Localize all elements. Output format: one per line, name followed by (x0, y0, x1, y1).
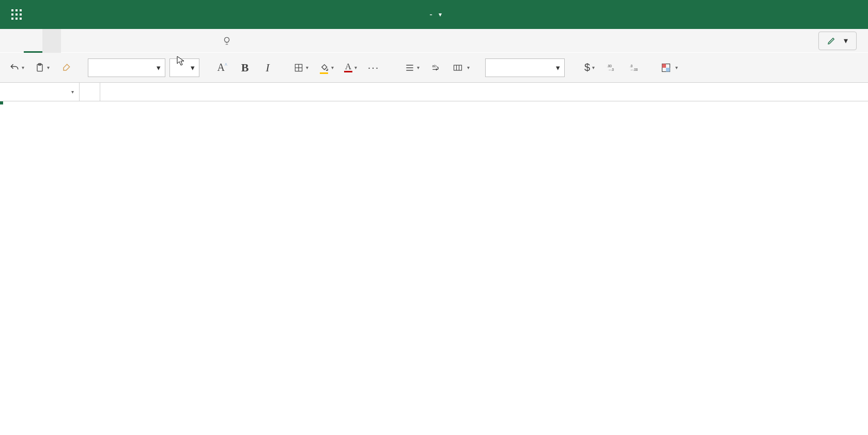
svg-rect-5 (20, 13, 22, 16)
font-size-select[interactable]: ▾ (169, 58, 199, 77)
svg-rect-18 (454, 65, 462, 70)
font-color-button[interactable]: A ▾ (341, 58, 360, 77)
increase-decimal-icon: .00→.0 (607, 63, 617, 73)
wrap-text-icon: ab (431, 63, 441, 73)
svg-text:→.00: →.00 (630, 68, 638, 71)
chevron-down-icon: ▾ (157, 63, 161, 72)
ribbon-tabs: ▾ (0, 29, 868, 53)
chevron-down-icon: ▾ (22, 65, 24, 70)
chevron-down-icon: ▾ (592, 65, 595, 70)
font-color-indicator (344, 71, 352, 72)
svg-rect-27 (666, 68, 670, 72)
decrease-decimal-button[interactable]: .0→.00 (626, 58, 644, 77)
tell-me-search[interactable] (210, 36, 249, 46)
italic-button[interactable]: I (258, 58, 277, 77)
svg-rect-1 (16, 9, 18, 11)
dollar-icon: $ (584, 62, 590, 73)
chevron-down-icon: ▾ (439, 11, 442, 18)
tab-review[interactable] (98, 29, 117, 53)
chevron-down-icon: ▾ (47, 65, 50, 70)
bold-button[interactable]: B (236, 58, 254, 77)
font-color-icon: A (345, 63, 351, 70)
conditional-icon (661, 63, 671, 73)
align-icon (405, 63, 415, 73)
chevron-down-icon: ▾ (71, 89, 74, 95)
tab-insert[interactable] (42, 29, 61, 53)
svg-text:.00: .00 (607, 64, 612, 68)
svg-rect-8 (20, 18, 22, 20)
chevron-down-icon: ▾ (331, 65, 334, 70)
grow-font-button[interactable]: A^ (213, 58, 231, 77)
formula-bar: ▾ (0, 83, 868, 101)
format-painter-button[interactable] (57, 58, 75, 77)
chevron-down-icon: ▾ (354, 65, 357, 70)
name-box[interactable]: ▾ (0, 83, 80, 101)
borders-button[interactable]: ▾ (290, 58, 312, 77)
svg-rect-2 (20, 9, 22, 11)
tab-help[interactable] (135, 29, 154, 53)
merge-icon (453, 63, 463, 73)
paste-button[interactable]: ▾ (32, 58, 53, 77)
svg-rect-3 (11, 13, 13, 16)
document-title[interactable]: - ▾ (426, 9, 442, 20)
undo-button[interactable]: ▾ (6, 58, 27, 77)
currency-format-button[interactable]: $ ▾ (580, 58, 599, 77)
selection-fill-handle[interactable] (0, 101, 3, 104)
fill-color-indicator (320, 72, 328, 74)
chevron-down-icon: ▾ (467, 65, 470, 70)
svg-rect-26 (662, 64, 667, 68)
chevron-down-icon: ▾ (556, 63, 560, 72)
svg-rect-6 (11, 18, 13, 20)
ribbon-toolbar: ▾ ▾ ▾ ▾ A^ B I ▾ ▾ A ▾ ··· (0, 53, 868, 83)
undo-icon (9, 63, 20, 73)
chevron-down-icon: ▾ (675, 65, 678, 70)
more-font-options-button[interactable]: ··· (364, 58, 383, 77)
wrap-text-button[interactable]: ab (427, 58, 445, 77)
chevron-down-icon: ▾ (191, 63, 195, 72)
fx-icon[interactable] (80, 83, 100, 101)
tab-data[interactable] (80, 29, 98, 53)
formula-input[interactable] (100, 83, 868, 101)
tab-formulas[interactable] (61, 29, 80, 53)
tab-view[interactable] (117, 29, 135, 53)
merge-cells-button[interactable]: ▾ (450, 58, 473, 77)
fill-color-button[interactable]: ▾ (316, 58, 337, 77)
svg-text:→.0: →.0 (608, 68, 614, 71)
title-bar: - ▾ (0, 0, 868, 29)
clipboard-icon (35, 63, 45, 73)
chevron-down-icon: ▾ (306, 65, 308, 70)
app-launcher-icon[interactable] (9, 7, 24, 22)
svg-rect-7 (16, 18, 18, 20)
editing-mode-button[interactable]: ▾ (818, 32, 857, 50)
conditional-formatting-button[interactable]: ▾ (658, 58, 681, 77)
alignment-button[interactable]: ▾ (401, 58, 423, 77)
grow-font-icon: A^ (217, 62, 227, 73)
pencil-icon (827, 37, 835, 45)
lightbulb-icon (222, 36, 231, 46)
paint-bucket-icon (319, 62, 329, 72)
svg-rect-0 (11, 9, 13, 11)
borders-icon (293, 63, 304, 73)
svg-rect-4 (16, 13, 18, 16)
paintbrush-icon (61, 63, 71, 73)
svg-text:ab: ab (432, 64, 437, 68)
svg-text:.0: .0 (630, 64, 633, 68)
increase-decimal-button[interactable]: .00→.0 (603, 58, 622, 77)
chevron-down-icon: ▾ (844, 36, 848, 46)
number-format-select[interactable]: ▾ (485, 58, 565, 77)
decrease-decimal-icon: .0→.00 (630, 63, 640, 73)
tab-home[interactable] (24, 29, 42, 53)
font-name-select[interactable]: ▾ (88, 58, 165, 77)
chevron-down-icon: ▾ (417, 65, 420, 70)
tab-file[interactable] (5, 29, 24, 53)
